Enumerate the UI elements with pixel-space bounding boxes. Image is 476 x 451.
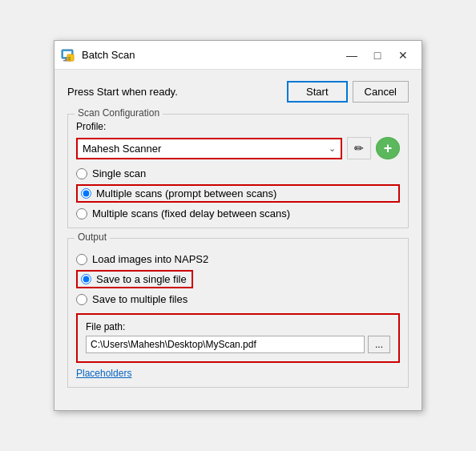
multiple-scans-fixed-label: Multiple scans (fixed delay between scan… (92, 207, 290, 219)
load-naps2-option[interactable]: Load images into NAPS2 (76, 253, 400, 265)
profile-select-wrapper: Mahesh Scanner ⌄ (76, 138, 342, 159)
output-mode-group: Load images into NAPS2 Save to a single … (76, 253, 400, 305)
single-scan-radio[interactable] (76, 168, 87, 179)
close-button[interactable]: ✕ (391, 46, 415, 65)
scan-mode-group: Single scan Multiple scans (prompt betwe… (76, 167, 400, 219)
profile-row: Mahesh Scanner ⌄ ✏ + (76, 137, 400, 159)
load-naps2-radio[interactable] (76, 254, 87, 265)
edit-profile-button[interactable]: ✏ (347, 137, 371, 159)
maximize-button[interactable]: □ (365, 46, 389, 65)
add-profile-button[interactable]: + (376, 137, 400, 159)
multiple-scans-prompt-radio[interactable] (81, 188, 91, 199)
top-row: Press Start when ready. Start Cancel (67, 81, 409, 103)
dropdown-arrow-icon: ⌄ (324, 143, 341, 154)
file-path-row: ... (86, 336, 390, 353)
dialog-content: Press Start when ready. Start Cancel Sca… (54, 70, 422, 410)
pencil-icon: ✏ (354, 142, 364, 155)
press-start-label: Press Start when ready. (67, 86, 178, 98)
multiple-scans-fixed-radio[interactable] (76, 208, 87, 219)
cancel-button[interactable]: Cancel (353, 81, 409, 103)
profile-dropdown[interactable]: Mahesh Scanner (78, 139, 324, 158)
scan-config-section: Scan Configuration Profile: Mahesh Scann… (67, 114, 409, 228)
save-single-file-label: Save to a single file (96, 273, 187, 285)
profile-area: Profile: Mahesh Scanner ⌄ ✏ + (76, 121, 400, 159)
save-multiple-files-option[interactable]: Save to multiple files (76, 293, 400, 305)
browse-button[interactable]: ... (368, 336, 390, 353)
app-icon: ≡ (61, 47, 77, 63)
load-naps2-label: Load images into NAPS2 (92, 253, 208, 265)
multiple-scans-prompt-label: Multiple scans (prompt between scans) (96, 187, 276, 199)
save-multiple-files-label: Save to multiple files (92, 293, 188, 305)
file-path-section: File path: ... (76, 313, 400, 363)
scan-config-title: Scan Configuration (75, 107, 163, 119)
output-section: Output Load images into NAPS2 Save to a … (67, 238, 409, 388)
start-button[interactable]: Start (287, 81, 347, 103)
placeholders-link[interactable]: Placeholders (76, 368, 131, 379)
action-buttons: Start Cancel (287, 81, 409, 103)
add-icon: + (384, 140, 393, 157)
batch-scan-window: ≡ Batch Scan — □ ✕ Press Start when read… (54, 40, 422, 411)
multiple-scans-prompt-option[interactable]: Multiple scans (prompt between scans) (76, 184, 400, 203)
single-scan-option[interactable]: Single scan (76, 167, 400, 179)
save-single-file-option[interactable]: Save to a single file (76, 270, 193, 288)
svg-text:≡: ≡ (68, 56, 71, 61)
profile-label: Profile: (76, 121, 400, 132)
file-path-input[interactable] (86, 336, 365, 353)
title-bar: ≡ Batch Scan — □ ✕ (54, 41, 422, 70)
window-controls: — □ ✕ (340, 46, 415, 65)
save-single-file-radio[interactable] (81, 274, 91, 284)
output-section-title: Output (75, 232, 110, 243)
save-multiple-files-radio[interactable] (76, 294, 87, 305)
window-title: Batch Scan (82, 49, 340, 61)
multiple-scans-fixed-option[interactable]: Multiple scans (fixed delay between scan… (76, 207, 400, 219)
file-path-label: File path: (86, 321, 390, 332)
minimize-button[interactable]: — (340, 46, 364, 65)
single-scan-label: Single scan (92, 167, 146, 179)
